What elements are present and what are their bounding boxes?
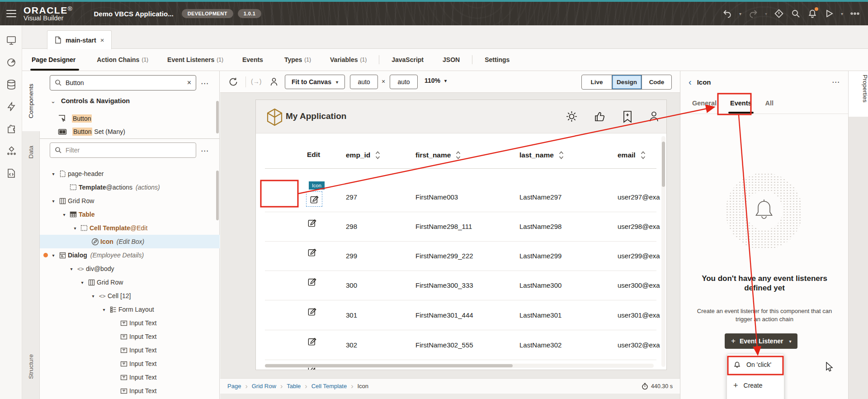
scrollbar-thumb[interactable] <box>662 142 665 187</box>
tree-item-dialog[interactable]: ▾ Dialog(Employee Details) <box>40 248 220 262</box>
tab-components[interactable]: Components <box>22 71 40 131</box>
tree-item-template-actions[interactable]: Template@actions(actions) <box>40 180 220 194</box>
menu-item-create[interactable]: + Create <box>727 375 784 396</box>
app-title[interactable]: Demo VBCS Applicatio... <box>94 10 174 18</box>
components-overflow-icon[interactable]: ⋯ <box>201 79 209 88</box>
expand-arrow-icon[interactable]: ▾ <box>71 226 79 231</box>
expand-arrow-icon[interactable]: ▾ <box>50 199 57 204</box>
diagnostics-diamond-icon[interactable] <box>774 9 784 19</box>
breadcrumb-table[interactable]: Table <box>287 383 301 390</box>
tab-event-listeners[interactable]: Event Listeners(1) <box>158 49 233 71</box>
web-apps-icon[interactable] <box>0 29 22 51</box>
tab-events[interactable]: Events <box>233 49 275 71</box>
run-play-icon[interactable] <box>824 9 834 19</box>
run-dropdown-caret[interactable]: ▾ <box>841 11 843 16</box>
edit-icon[interactable] <box>307 307 317 316</box>
tab-general[interactable]: General <box>692 93 717 114</box>
structure-scrollbar[interactable] <box>216 171 219 220</box>
tree-item-grid-row-2[interactable]: ▾ Grid Row <box>40 276 220 289</box>
mode-code-button[interactable]: Code <box>642 75 671 89</box>
breadcrumb-grid-row[interactable]: Grid Row <box>252 383 276 390</box>
breadcrumb-cell-template[interactable]: Cell Template <box>311 383 347 390</box>
edit-icon[interactable] <box>307 247 317 257</box>
mode-design-button[interactable]: Design <box>612 75 642 89</box>
breadcrumb-page[interactable]: Page <box>227 383 241 390</box>
canvas-width-input[interactable]: auto <box>350 75 378 89</box>
tab-action-chains[interactable]: Action Chains(1) <box>87 49 158 71</box>
section-controls-navigation[interactable]: ⌄ Controls & Navigation <box>51 97 130 104</box>
structure-overflow-icon[interactable]: ⋯ <box>201 146 209 156</box>
add-event-listener-button[interactable]: + Event Listener ▾ <box>725 333 797 349</box>
properties-overflow-icon[interactable]: ⋯ <box>832 77 840 87</box>
sort-icon[interactable] <box>375 151 381 160</box>
mode-live-button[interactable]: Live <box>582 75 612 89</box>
tab-main-start[interactable]: main-start × <box>47 30 112 49</box>
back-chevron-icon[interactable]: ‹ <box>689 77 692 87</box>
tab-events-properties[interactable]: Events <box>730 93 752 114</box>
tree-item-div-body[interactable]: ▾ <> div@body <box>40 262 220 276</box>
expand-arrow-icon[interactable]: ▾ <box>61 212 68 217</box>
fit-to-canvas-select[interactable]: Fit to Canvas▾ <box>285 75 345 89</box>
clear-search-icon[interactable]: × <box>187 79 191 87</box>
structure-filter-input[interactable] <box>66 147 191 154</box>
services-icon[interactable] <box>0 51 22 73</box>
search-icon[interactable] <box>791 9 801 19</box>
expand-arrow-icon[interactable]: ▾ <box>79 280 86 285</box>
tab-variables[interactable]: Variables(1) <box>321 49 376 71</box>
source-code-icon[interactable] <box>0 162 22 184</box>
user-avatar-icon[interactable] <box>648 110 660 123</box>
refresh-icon[interactable] <box>228 77 238 87</box>
tab-types[interactable]: Types(1) <box>275 49 321 71</box>
tree-item-grid-row[interactable]: ▾ Grid Row <box>40 194 220 208</box>
expand-arrow-icon[interactable]: ▾ <box>50 171 57 176</box>
undo-dropdown-caret[interactable]: ▾ <box>739 11 741 16</box>
tab-json[interactable]: JSON <box>433 49 469 71</box>
redo-icon[interactable] <box>748 9 758 19</box>
expand-arrow-icon[interactable]: ▾ <box>68 266 75 271</box>
forward-paren-icon[interactable]: (→) <box>251 78 261 85</box>
edit-icon[interactable] <box>307 218 317 228</box>
edit-icon-selected[interactable] <box>306 191 322 207</box>
edit-icon[interactable] <box>307 337 317 346</box>
tree-item-input-text[interactable]: Input Text <box>40 370 220 384</box>
preview-horizontal-scrollbar[interactable] <box>265 364 654 368</box>
tab-settings[interactable]: Settings <box>475 49 519 71</box>
overflow-menu-icon[interactable] <box>850 9 860 19</box>
preview-vertical-scrollbar[interactable] <box>661 136 665 367</box>
expand-arrow-icon[interactable]: ▾ <box>100 307 108 312</box>
component-item-button-set[interactable]: Button Set (Many) <box>58 128 125 135</box>
redo-dropdown-caret[interactable]: ▾ <box>765 11 767 16</box>
structure-filter-box[interactable] <box>50 142 196 158</box>
properties-collapsed-strip[interactable]: Properties <box>848 71 868 399</box>
close-tab-icon[interactable]: × <box>100 36 104 44</box>
tree-item-cell-template[interactable]: ▾ Cell Template@Edit <box>40 221 220 235</box>
sort-icon[interactable] <box>455 151 461 160</box>
tree-item-input-text[interactable]: Input Text <box>40 384 220 398</box>
tree-item-form-layout[interactable]: ▾ Form Layout <box>40 303 220 316</box>
components-puzzle-icon[interactable] <box>0 118 22 140</box>
zoom-select[interactable]: 110%▾ <box>425 77 447 84</box>
tab-all[interactable]: All <box>765 93 774 114</box>
business-objects-icon[interactable] <box>0 73 22 95</box>
component-search-box[interactable]: × <box>50 75 196 90</box>
col-header-emp-id[interactable]: emp_id <box>346 151 381 160</box>
bookmark-plus-icon[interactable] <box>622 110 633 123</box>
scrollbar-thumb[interactable] <box>265 364 513 367</box>
tree-item-input-text[interactable]: Input Text <box>40 343 220 357</box>
undo-icon[interactable] <box>722 9 732 19</box>
tab-data[interactable]: Data <box>22 138 40 166</box>
col-header-email[interactable]: email <box>618 151 646 160</box>
tree-item-page-header[interactable]: ▾ page-header <box>40 167 220 180</box>
menu-item-on-click[interactable]: On 'click' <box>727 354 784 375</box>
tree-item-icon-selected[interactable]: Icon(Edit Box) <box>40 235 220 248</box>
col-header-last-name[interactable]: last_name <box>519 151 564 160</box>
expand-arrow-icon[interactable]: ▾ <box>50 253 57 258</box>
component-item-button[interactable]: Button <box>58 114 92 122</box>
component-search-input[interactable] <box>66 79 184 86</box>
tab-structure[interactable]: Structure <box>22 346 40 387</box>
tree-item-cell-12[interactable]: ▾ <> Cell [12] <box>40 289 220 303</box>
sort-icon[interactable] <box>558 151 564 160</box>
tree-item-input-text[interactable]: Input Text <box>40 316 220 330</box>
thumbs-up-icon[interactable] <box>594 110 606 123</box>
user-persona-icon[interactable] <box>269 77 279 87</box>
